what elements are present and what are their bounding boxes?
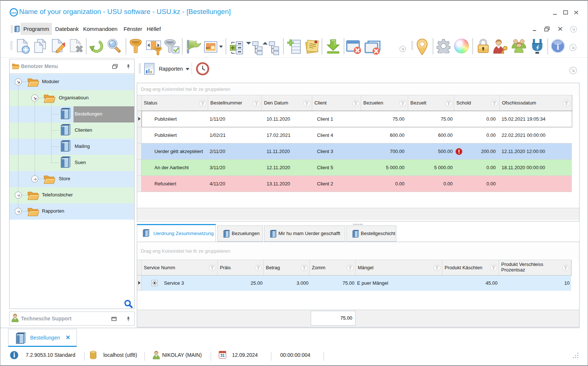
svg-text:i: i bbox=[557, 42, 559, 51]
svg-text:31: 31 bbox=[220, 353, 225, 358]
svg-text:usu: usu bbox=[11, 11, 16, 14]
